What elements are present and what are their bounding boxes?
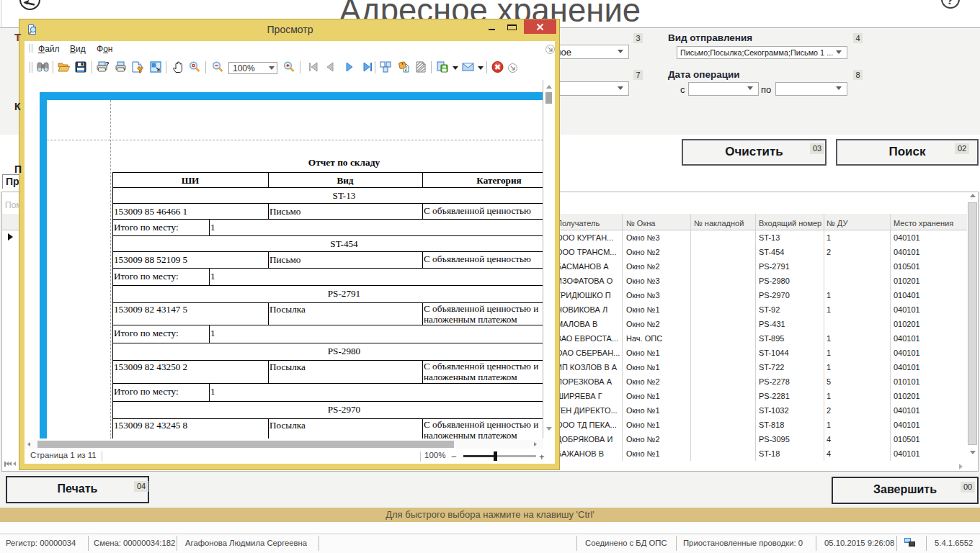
svg-text:?: ? bbox=[105, 61, 109, 68]
